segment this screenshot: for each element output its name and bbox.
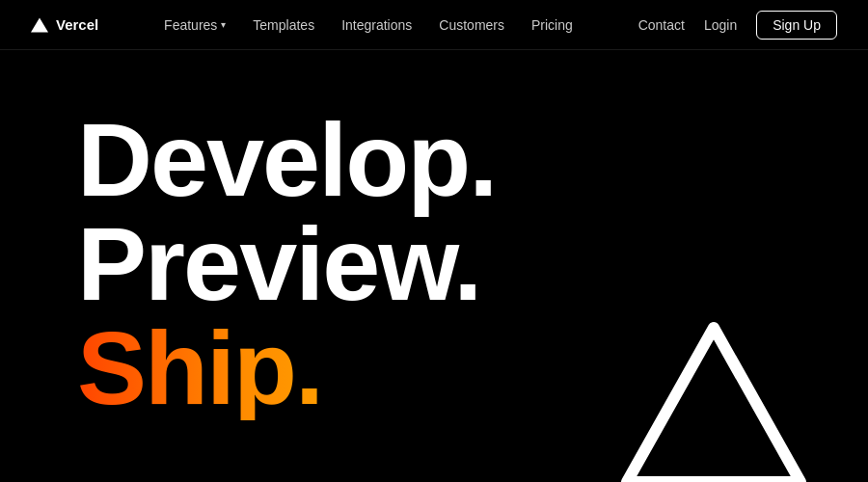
hero-text-block: Develop. Preview. Ship. (77, 108, 496, 420)
triangle-icon (617, 308, 810, 482)
triangle-watermark (617, 308, 810, 482)
nav-login[interactable]: Login (704, 17, 737, 33)
logo[interactable]: Vercel (31, 16, 98, 34)
navbar: Vercel Features ▾ Templates Integrations… (0, 0, 868, 50)
signup-button[interactable]: Sign Up (756, 11, 837, 40)
nav-center-links: Features ▾ Templates Integrations Custom… (164, 17, 573, 33)
nav-integrations[interactable]: Integrations (341, 17, 412, 33)
hero-line-3: Ship. (77, 316, 496, 420)
nav-customers[interactable]: Customers (439, 17, 504, 33)
brand-name: Vercel (56, 16, 98, 33)
nav-pricing[interactable]: Pricing (531, 17, 573, 33)
nav-templates[interactable]: Templates (253, 17, 314, 33)
hero-section: Develop. Preview. Ship. (0, 50, 868, 482)
chevron-down-icon: ▾ (221, 19, 226, 30)
hero-line-2: Preview. (77, 212, 496, 316)
features-label: Features (164, 17, 217, 33)
nav-features-dropdown[interactable]: Features ▾ (164, 17, 226, 33)
nav-right-links: Contact Login Sign Up (638, 11, 837, 40)
nav-contact[interactable]: Contact (638, 17, 685, 33)
vercel-logo-icon (31, 16, 48, 34)
hero-line-1: Develop. (77, 108, 496, 212)
